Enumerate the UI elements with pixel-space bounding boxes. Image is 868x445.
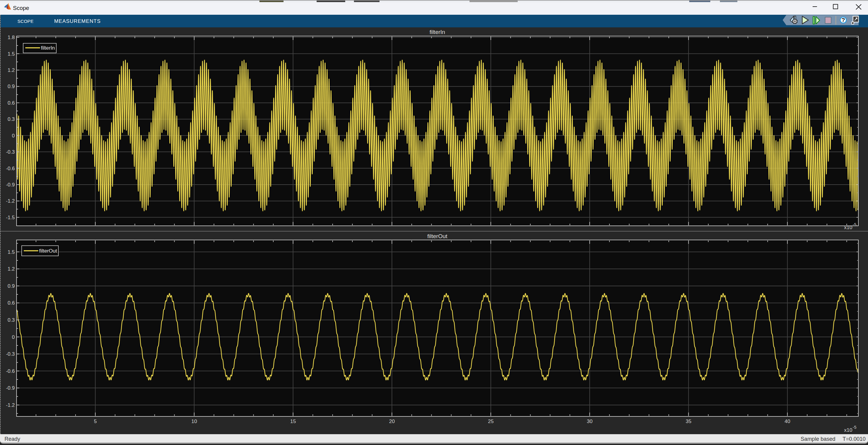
svg-text:0.6: 0.6 xyxy=(7,100,15,106)
svg-text:0.6: 0.6 xyxy=(7,300,15,306)
svg-text:20: 20 xyxy=(389,418,395,424)
svg-text:0.9: 0.9 xyxy=(7,283,15,289)
svg-text:0: 0 xyxy=(12,334,15,340)
svg-text:1.5: 1.5 xyxy=(7,249,15,255)
svg-text:1.2: 1.2 xyxy=(7,266,15,272)
svg-text:filterIn: filterIn xyxy=(41,45,55,51)
svg-text:-1.2: -1.2 xyxy=(6,198,15,204)
svg-text:0.3: 0.3 xyxy=(7,116,15,122)
svg-text:x10: x10 xyxy=(844,225,852,230)
svg-text:filterOut: filterOut xyxy=(427,233,447,239)
svg-text:-0.3: -0.3 xyxy=(6,149,15,155)
svg-text:1.5: 1.5 xyxy=(7,51,15,57)
svg-text:-0.9: -0.9 xyxy=(6,385,15,391)
svg-text:30: 30 xyxy=(587,418,593,424)
svg-text:-5: -5 xyxy=(852,222,857,227)
svg-text:5: 5 xyxy=(94,418,97,424)
svg-text:1.2: 1.2 xyxy=(7,67,15,73)
svg-text:-0.9: -0.9 xyxy=(6,182,15,187)
svg-text:1.8: 1.8 xyxy=(7,35,15,40)
svg-text:0.3: 0.3 xyxy=(7,317,15,323)
svg-text:?: ? xyxy=(841,17,845,23)
svg-text:filterOut: filterOut xyxy=(39,248,57,254)
svg-text:-0.6: -0.6 xyxy=(6,166,15,171)
svg-text:15: 15 xyxy=(290,418,296,424)
svg-text:-1.2: -1.2 xyxy=(6,402,15,408)
svg-text:-5: -5 xyxy=(852,425,857,430)
svg-text:10: 10 xyxy=(191,418,197,424)
svg-text:-0.6: -0.6 xyxy=(6,368,15,374)
svg-text:0: 0 xyxy=(12,133,15,139)
svg-text:35: 35 xyxy=(686,418,691,424)
svg-text:40: 40 xyxy=(785,418,790,424)
svg-text:0.9: 0.9 xyxy=(7,83,15,89)
svg-text:x10: x10 xyxy=(844,427,852,433)
svg-text:-1.5: -1.5 xyxy=(6,215,15,220)
svg-text:25: 25 xyxy=(488,418,494,424)
svg-text:filterIn: filterIn xyxy=(430,29,445,35)
svg-text:-0.3: -0.3 xyxy=(6,351,15,357)
